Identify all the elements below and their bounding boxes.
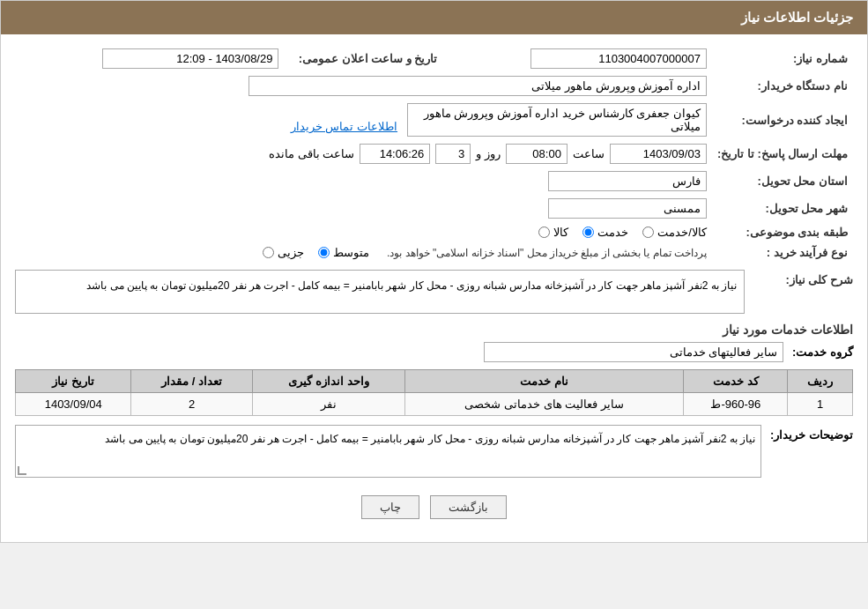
info-table: شماره نیاز: 1103004007000007 تاریخ و ساع… [15,45,853,263]
need-number-label: شماره نیاز: [712,45,853,72]
buyer-notes-box: نیاز به 2نفر آشپز ماهر جهت کار در آشپزخا… [15,425,761,478]
org-name-label: نام دستگاه خریدار: [712,72,853,100]
cell-quantity: 2 [131,393,252,416]
col-date: تاریخ نیاز [16,370,131,393]
page-title: جزئیات اطلاعات نیاز [741,10,853,25]
page-content: شماره نیاز: 1103004007000007 تاریخ و ساع… [1,34,867,542]
category-kala-khadamat: کالا/خدمت [642,226,707,239]
process-label: نوع فرآیند خرید : [712,242,853,263]
days-label: روز و [476,147,501,160]
category-kala: کالا [538,226,568,239]
button-row: بازگشت چاپ [15,486,853,531]
org-name-value: اداره آموزش وپرورش ماهور میلاتی [249,76,707,96]
col-row: ردیف [788,370,853,393]
province-label: استان محل تحویل: [712,167,853,195]
need-description-label: شرح کلی نیاز: [753,270,853,286]
days-value: 3 [435,144,471,164]
col-name: نام خدمت [405,370,684,393]
city-value: ممسنی [548,198,707,219]
process-note: پرداخت تمام یا بخشی از مبلغ خریداز محل "… [387,247,707,259]
cell-row: 1 [788,393,853,416]
category-kala-khadamat-radio[interactable] [642,227,654,238]
cell-unit: نفر [252,393,404,416]
page-header: جزئیات اطلاعات نیاز [1,1,867,34]
process-motavaset: متوسط [318,246,369,259]
resize-handle[interactable] [18,466,26,475]
col-code: کد خدمت [684,370,788,393]
category-label: طبقه بندی موضوعی: [712,222,853,242]
process-jozi-label: جزیی [278,246,304,259]
cell-code: 960-96-ط [684,393,788,416]
process-motavaset-radio[interactable] [318,247,330,258]
col-quantity: تعداد / مقدار [131,370,252,393]
remaining-label: ساعت باقی مانده [269,147,354,160]
requester-label: ایجاد کننده درخواست: [712,100,853,140]
buyer-notes-section: توضیحات خریدار: نیاز به 2نفر آشپز ماهر ج… [15,425,853,478]
time-label: ساعت [573,147,605,160]
service-group-label: گروه خدمت: [792,345,853,359]
page-wrapper: جزئیات اطلاعات نیاز شماره نیاز: 11030040… [0,0,868,543]
category-kala-radio[interactable] [538,227,550,238]
print-button[interactable]: چاپ [361,495,419,519]
announce-date-value: 1403/08/29 - 12:09 [102,48,278,69]
category-khadamat: خدمت [582,226,628,239]
response-date: 1403/09/03 [610,144,707,164]
response-deadline-label: مهلت ارسال پاسخ: تا تاریخ: [712,140,853,167]
service-group-value: سایر فعالیتهای خدماتی [484,342,783,362]
buyer-notes-label: توضیحات خریدار: [770,425,853,442]
back-button[interactable]: بازگشت [430,495,507,519]
category-khadamat-radio[interactable] [582,227,594,238]
requester-value: کیوان جعفری کارشناس خرید اداره آموزش وپر… [407,103,707,137]
province-value: فارس [548,171,707,191]
cell-date: 1403/09/04 [16,393,131,416]
process-motavaset-label: متوسط [333,246,369,259]
remaining-value: 14:06:26 [360,144,430,164]
city-label: شهر محل تحویل: [712,195,853,222]
process-jozi: جزیی [263,246,304,259]
time-value: 08:00 [506,144,568,164]
services-table: ردیف کد خدمت نام خدمت واحد اندازه گیری ت… [15,369,853,416]
announce-date-label: تاریخ و ساعت اعلان عمومی: [284,45,442,72]
col-unit: واحد اندازه گیری [252,370,404,393]
cell-name: سایر فعالیت های خدماتی شخصی [405,393,684,416]
process-jozi-radio[interactable] [263,247,274,258]
need-description-box: نیاز به 2نفر آشپز ماهر جهت کار در آشپزخا… [15,270,745,314]
service-group-row: گروه خدمت: سایر فعالیتهای خدماتی [15,342,853,362]
services-section-label: اطلاعات خدمات مورد نیاز [15,323,853,337]
table-row: 1 960-96-ط سایر فعالیت های خدماتی شخصی ن… [16,393,853,416]
need-number-value: 1103004007000007 [530,48,707,69]
need-description: نیاز به 2نفر آشپز ماهر جهت کار در آشپزخا… [86,279,737,292]
category-kala-label: کالا [553,226,568,239]
category-kala-khadamat-label: کالا/خدمت [657,226,707,239]
buyer-notes-text: نیاز به 2نفر آشپز ماهر جهت کار در آشپزخا… [105,433,755,445]
contact-link[interactable]: اطلاعات تماس خریدار [291,120,397,133]
category-khadamat-label: خدمت [597,226,628,239]
